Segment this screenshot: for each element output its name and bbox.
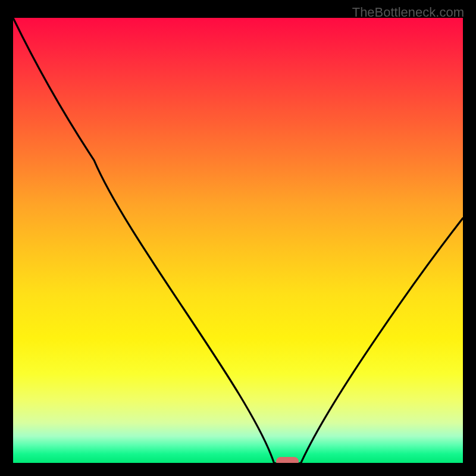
optimal-point-marker [276, 457, 299, 463]
chart-plot-area [13, 18, 463, 463]
bottleneck-curve [13, 18, 463, 463]
watermark-text: TheBottleneck.com [352, 5, 464, 20]
